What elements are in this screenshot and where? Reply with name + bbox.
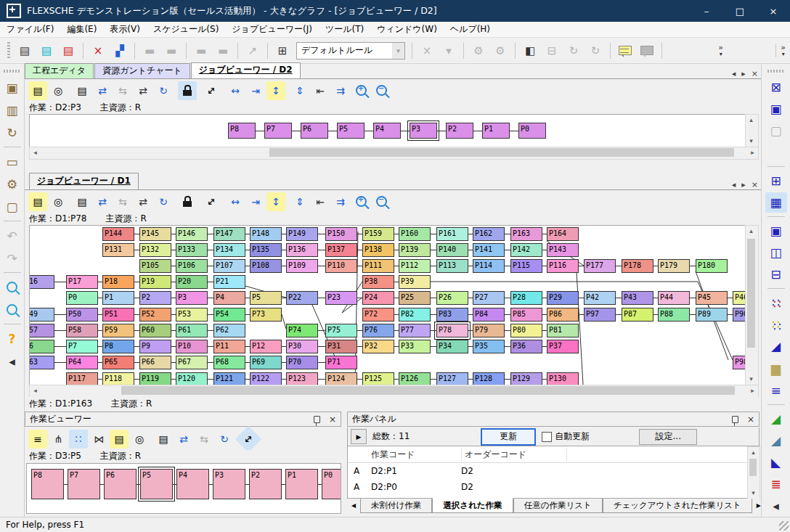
job-box-p164[interactable]: P164 <box>547 227 579 241</box>
job-box-p126[interactable]: P126 <box>399 372 431 385</box>
job-box-p59[interactable]: P59 <box>102 324 134 337</box>
job-box-p22[interactable]: P22 <box>286 291 318 305</box>
job-box-p144[interactable]: P144 <box>102 227 134 241</box>
job-box-p73[interactable]: P73 <box>250 308 282 322</box>
fit-height-icon[interactable]: ↕ <box>266 81 285 100</box>
auto-refresh-checkbox[interactable] <box>542 432 552 442</box>
job-box-p127[interactable]: P127 <box>436 372 468 385</box>
undo-icon[interactable]: ↶ <box>1 225 23 246</box>
zoom-out-icon[interactable]: − <box>372 192 391 211</box>
move-out-icon[interactable]: ↗ <box>243 41 263 61</box>
job-box-p138[interactable]: P138 <box>362 243 394 257</box>
table-row[interactable]: AD2:P0D2 <box>348 479 759 495</box>
d1-scroll-left-icon[interactable]: ◂ <box>732 180 736 189</box>
comment-icon[interactable] <box>637 41 657 61</box>
load-graph-blue-icon[interactable]: ◢ <box>765 430 787 451</box>
job-box-p3[interactable]: P3 <box>176 291 208 305</box>
job-network-color-icon[interactable]: ∷ <box>765 292 787 313</box>
job-box-p111[interactable]: P111 <box>362 259 394 273</box>
wp-tab[interactable]: 任意の作業リスト <box>513 499 603 513</box>
job-box-p5[interactable]: P5 <box>337 123 365 139</box>
close-button[interactable]: × <box>757 0 790 22</box>
zoom-in-icon[interactable]: + <box>351 81 370 100</box>
job-box-p39[interactable]: P39 <box>399 275 431 289</box>
job-box-p84[interactable]: P84 <box>473 308 505 322</box>
job-box-p109[interactable]: P109 <box>286 259 318 273</box>
job-box-p65[interactable]: P65 <box>102 356 134 369</box>
job-box-p29[interactable]: P29 <box>547 291 579 305</box>
view-refresh-all-icon[interactable]: ↻ <box>585 41 606 61</box>
job-box-p20[interactable]: P20 <box>176 275 208 289</box>
job-box-p75[interactable]: P75 <box>325 324 357 337</box>
job-box-p4[interactable]: P4 <box>176 469 209 499</box>
job-box-p115[interactable]: P115 <box>510 259 542 273</box>
job-box-p70[interactable]: P70 <box>286 356 318 369</box>
tab-active[interactable]: ジョブビューワー / D2 <box>191 62 301 78</box>
big-network-icon[interactable]: ⋈ <box>89 430 108 449</box>
job-box-p129[interactable]: P129 <box>510 372 542 385</box>
reschedule-icon[interactable]: ▞ <box>110 41 130 61</box>
d1-vscrollbar[interactable]: ▴ ▾ <box>745 225 759 385</box>
fit-all-icon[interactable]: ↕ <box>235 425 262 452</box>
memo-icon[interactable] <box>615 41 635 61</box>
chain-bold-icon[interactable]: ⇄ <box>134 192 152 211</box>
cut-rule-more-icon[interactable]: ▾ <box>439 41 459 61</box>
job-box-p6[interactable]: P6 <box>301 123 328 139</box>
job-box-p33[interactable]: P33 <box>399 340 431 353</box>
job-box-p113[interactable]: P113 <box>436 259 468 273</box>
job-box-p142[interactable]: P142 <box>510 243 542 257</box>
job-box-p148[interactable]: P148 <box>250 227 282 241</box>
toolbar-grip[interactable] <box>7 42 10 60</box>
job-box-p49[interactable]: P49 <box>29 308 54 322</box>
table-row[interactable]: AD2:P1D2 <box>348 463 759 479</box>
job-box-p62[interactable]: P62 <box>213 324 245 337</box>
auto-refresh-icon[interactable]: ↻ <box>154 81 173 100</box>
split-view-icon[interactable]: ◧ <box>520 41 540 61</box>
detail-list-icon[interactable]: ▤ <box>73 81 91 100</box>
job-box-p31[interactable]: P31 <box>325 340 357 353</box>
frame-select-icon[interactable]: ▢ <box>765 142 787 163</box>
job-box-p79[interactable]: P79 <box>473 324 505 337</box>
fit-box-icon[interactable]: ⇥ <box>246 81 265 100</box>
flow-tree-icon[interactable]: ⋔ <box>49 430 68 449</box>
job-box-p135[interactable]: P135 <box>250 243 282 257</box>
job-box-p27[interactable]: P27 <box>473 291 505 305</box>
tab-scroll-left-icon[interactable]: ◂ <box>732 69 736 78</box>
job-box-p140[interactable]: P140 <box>436 243 468 257</box>
job-box-p178[interactable]: P178 <box>622 259 653 273</box>
split-horizontal-icon[interactable]: ⊟ <box>765 264 787 285</box>
wp-tabs-scroll-right-icon[interactable]: ▸ <box>752 499 765 512</box>
gantt-bars-icon[interactable]: ≡ <box>28 430 47 449</box>
job-box-p28[interactable]: P28 <box>510 291 542 305</box>
document-settings-icon[interactable]: ⚙ <box>490 41 510 61</box>
result-list-icon[interactable]: ≣ <box>765 474 787 494</box>
save-icon[interactable]: ▣ <box>1 77 23 98</box>
job-box-p67[interactable]: P67 <box>176 356 208 369</box>
cascade-windows-icon[interactable]: ▣ <box>765 221 787 241</box>
job-box-p12[interactable]: P12 <box>250 340 282 353</box>
level-back-cancel-icon[interactable]: ▬ <box>161 41 182 61</box>
job-box-p134[interactable]: P134 <box>213 243 245 257</box>
job-box-p8[interactable]: P8 <box>228 123 256 139</box>
print-preview-icon[interactable]: ▢ <box>1 196 23 217</box>
maximize-button[interactable]: □ <box>723 0 757 22</box>
edit-project-icon[interactable]: ▤ <box>15 41 35 61</box>
wp-tab-active[interactable]: 選択された作業 <box>432 498 513 513</box>
target-rings-icon[interactable]: ◎ <box>130 430 149 449</box>
job-box-p83[interactable]: P83 <box>436 308 468 322</box>
job-box-p146[interactable]: P146 <box>176 227 208 241</box>
fit-all-icon[interactable]: ↕ <box>198 188 225 215</box>
auto-refresh-icon[interactable]: ↻ <box>154 192 173 211</box>
target-rings-icon[interactable]: ◎ <box>49 192 68 211</box>
reload-icon[interactable]: ↻ <box>1 122 23 143</box>
column-header[interactable]: オーダーコード <box>462 449 567 461</box>
menu-item[interactable]: ファイル(F) <box>0 22 60 37</box>
job-box-p42[interactable]: P42 <box>584 291 616 305</box>
job-box-p137[interactable]: P137 <box>325 243 357 257</box>
d1-close-icon[interactable]: × <box>752 180 758 189</box>
job-box-p162[interactable]: P162 <box>473 227 505 241</box>
job-box-p160[interactable]: P160 <box>399 227 431 241</box>
job-box-p43[interactable]: P43 <box>622 291 653 305</box>
lock-icon[interactable] <box>178 192 197 211</box>
job-box-p1[interactable]: P1 <box>482 123 510 139</box>
